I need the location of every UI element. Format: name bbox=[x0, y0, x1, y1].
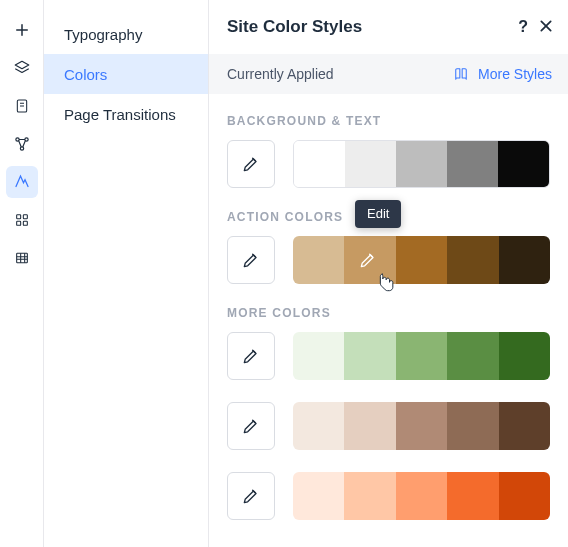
swatch[interactable] bbox=[396, 236, 447, 284]
svg-point-3 bbox=[20, 147, 23, 150]
nav-label: Colors bbox=[64, 66, 107, 83]
help-button[interactable]: ? bbox=[518, 18, 528, 36]
swatch[interactable] bbox=[447, 332, 498, 380]
rail-table[interactable] bbox=[6, 242, 38, 274]
swatch[interactable] bbox=[499, 402, 550, 450]
swatch[interactable] bbox=[293, 236, 344, 284]
swatch[interactable] bbox=[293, 332, 344, 380]
swatch-row-more2 bbox=[293, 402, 550, 450]
secondary-nav: Typography Colors Page Transitions bbox=[44, 0, 209, 547]
swatch[interactable] bbox=[344, 402, 395, 450]
swatch[interactable] bbox=[293, 472, 344, 520]
rail-design[interactable] bbox=[6, 166, 38, 198]
swatch[interactable] bbox=[294, 141, 345, 187]
swatch[interactable] bbox=[396, 141, 447, 187]
swatch[interactable] bbox=[293, 402, 344, 450]
swatch[interactable] bbox=[498, 141, 549, 187]
edit-more2-button[interactable] bbox=[227, 402, 275, 450]
palette-more-1 bbox=[227, 332, 550, 380]
swatch-row-more1 bbox=[293, 332, 550, 380]
book-icon bbox=[452, 67, 470, 81]
palette-more-2 bbox=[227, 402, 550, 450]
rail-connections[interactable] bbox=[6, 128, 38, 160]
swatch[interactable] bbox=[344, 332, 395, 380]
swatch[interactable] bbox=[499, 332, 550, 380]
palette-more-3 bbox=[227, 472, 550, 520]
svg-rect-5 bbox=[23, 215, 27, 219]
swatch[interactable] bbox=[499, 236, 550, 284]
panel-header: Site Color Styles ? bbox=[209, 0, 568, 54]
swatch[interactable] bbox=[396, 402, 447, 450]
swatch[interactable] bbox=[396, 472, 447, 520]
svg-rect-7 bbox=[23, 221, 27, 225]
swatch-row-background bbox=[293, 140, 550, 188]
more-styles-button[interactable]: More Styles bbox=[452, 66, 552, 82]
nav-typography[interactable]: Typography bbox=[44, 14, 208, 54]
swatch-row-action bbox=[293, 236, 550, 284]
applied-row: Currently Applied More Styles bbox=[209, 54, 568, 94]
nav-label: Typography bbox=[64, 26, 142, 43]
swatch[interactable] bbox=[447, 236, 498, 284]
pencil-icon bbox=[241, 250, 261, 270]
edit-more3-button[interactable] bbox=[227, 472, 275, 520]
swatch[interactable] bbox=[396, 332, 447, 380]
swatch[interactable] bbox=[447, 472, 498, 520]
pencil-icon bbox=[241, 486, 261, 506]
swatch[interactable] bbox=[345, 141, 396, 187]
pencil-icon bbox=[241, 416, 261, 436]
close-button[interactable] bbox=[538, 17, 554, 37]
section-label-background: BACKGROUND & TEXT bbox=[227, 114, 550, 128]
rail-apps[interactable] bbox=[6, 204, 38, 236]
nav-page-transitions[interactable]: Page Transitions bbox=[44, 94, 208, 134]
palette-background bbox=[227, 140, 550, 188]
panel: Site Color Styles ? Currently Applied Mo… bbox=[209, 0, 568, 547]
currently-applied-label: Currently Applied bbox=[227, 66, 334, 82]
nav-colors[interactable]: Colors bbox=[44, 54, 208, 94]
edit-background-button[interactable] bbox=[227, 140, 275, 188]
edit-more1-button[interactable] bbox=[227, 332, 275, 380]
edit-tooltip: Edit bbox=[355, 200, 401, 228]
edit-action-button[interactable] bbox=[227, 236, 275, 284]
section-label-more: MORE COLORS bbox=[227, 306, 550, 320]
pencil-icon bbox=[241, 154, 261, 174]
rail-add[interactable] bbox=[6, 14, 38, 46]
swatch[interactable] bbox=[499, 472, 550, 520]
swatch[interactable] bbox=[447, 402, 498, 450]
rail-page[interactable] bbox=[6, 90, 38, 122]
panel-title: Site Color Styles bbox=[227, 17, 362, 37]
rail-layers[interactable] bbox=[6, 52, 38, 84]
more-styles-label: More Styles bbox=[478, 66, 552, 82]
svg-rect-6 bbox=[16, 221, 20, 225]
hover-pencil-icon bbox=[343, 237, 393, 283]
swatch[interactable] bbox=[344, 472, 395, 520]
svg-rect-8 bbox=[16, 253, 27, 262]
palette-action: Edit bbox=[227, 236, 550, 284]
svg-rect-4 bbox=[16, 215, 20, 219]
icon-rail bbox=[0, 0, 44, 547]
nav-label: Page Transitions bbox=[64, 106, 176, 123]
pencil-icon bbox=[241, 346, 261, 366]
swatch-row-more3 bbox=[293, 472, 550, 520]
swatch[interactable] bbox=[447, 141, 498, 187]
